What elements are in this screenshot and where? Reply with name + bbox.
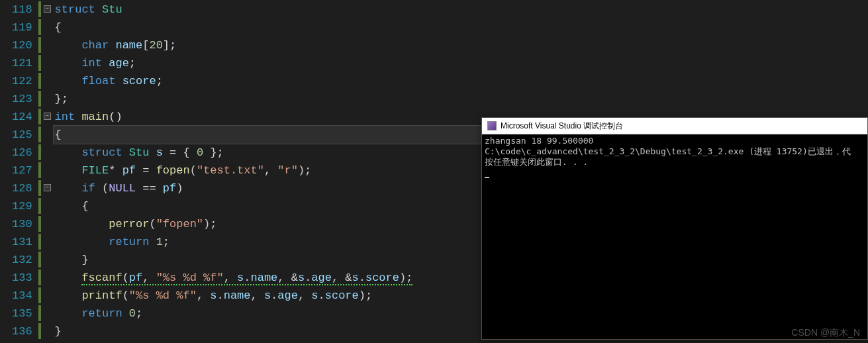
change-indicator [38, 234, 41, 250]
console-titlebar[interactable]: Microsoft Visual Studio 调试控制台 [482, 118, 867, 134]
code-line[interactable]: char name[20]; [54, 36, 868, 54]
console-line: zhangsan 18 99.500000 [485, 136, 593, 146]
change-indicator [38, 270, 41, 285]
line-number: 122 [12, 72, 32, 90]
line-number: 128 [12, 179, 32, 197]
console-output[interactable]: zhangsan 18 99.500000 C:\code\c_advanced… [482, 134, 867, 179]
change-indicator [38, 252, 41, 268]
line-number: 121 [12, 54, 32, 72]
line-number: 136 [12, 322, 32, 340]
line-number: 126 [12, 144, 32, 162]
line-number: 120 [12, 36, 32, 54]
change-indicator [38, 37, 41, 53]
fold-toggle-icon[interactable]: − [44, 5, 51, 13]
fold-toggle-icon[interactable]: − [44, 113, 51, 120]
line-number: 135 [12, 305, 32, 322]
code-line[interactable]: float score; [54, 72, 868, 90]
change-indicator [38, 287, 41, 303]
cursor-icon [485, 177, 489, 178]
console-line: 按任意键关闭此窗口. . . [485, 157, 588, 167]
line-number: 131 [12, 233, 32, 251]
code-line[interactable]: struct Stu [54, 1, 868, 19]
line-number: 119 [12, 19, 32, 36]
change-indicator [38, 91, 41, 107]
fold-column: −−− [42, 0, 54, 343]
change-indicator [38, 126, 41, 142]
change-indicator [38, 1, 41, 17]
change-indicator [38, 55, 41, 71]
line-number-gutter: 1181191201211221231241251261271281291301… [0, 0, 38, 343]
line-number: 133 [12, 269, 32, 287]
fold-toggle-icon[interactable]: − [44, 184, 51, 191]
change-indicator [38, 198, 41, 214]
code-line[interactable]: { [54, 19, 868, 36]
line-number: 132 [12, 251, 32, 269]
change-indicator [38, 109, 41, 124]
code-line[interactable]: }; [54, 90, 868, 108]
change-indicator [38, 144, 41, 160]
line-number: 125 [12, 126, 32, 144]
code-line[interactable]: int age; [54, 54, 868, 72]
line-number: 124 [12, 108, 32, 126]
change-indicator [38, 323, 41, 339]
line-number: 127 [12, 162, 32, 179]
line-number: 134 [12, 287, 32, 305]
vs-icon [487, 121, 497, 130]
watermark: CSDN @南木_N [791, 327, 860, 339]
change-indicator [38, 305, 41, 321]
change-indicator [38, 180, 41, 196]
change-indicator [38, 162, 41, 178]
line-number: 123 [12, 90, 32, 108]
console-line: C:\code\c_advanced\test_2_3_2\Debug\test… [485, 146, 851, 156]
change-indicator [38, 19, 41, 35]
line-number: 130 [12, 215, 32, 233]
line-number: 129 [12, 197, 32, 215]
line-number: 118 [12, 1, 32, 19]
debug-console-window[interactable]: Microsoft Visual Studio 调试控制台 zhangsan 1… [481, 117, 868, 340]
change-indicator [38, 73, 41, 89]
console-title-text: Microsoft Visual Studio 调试控制台 [501, 118, 623, 134]
change-indicator [38, 216, 41, 232]
